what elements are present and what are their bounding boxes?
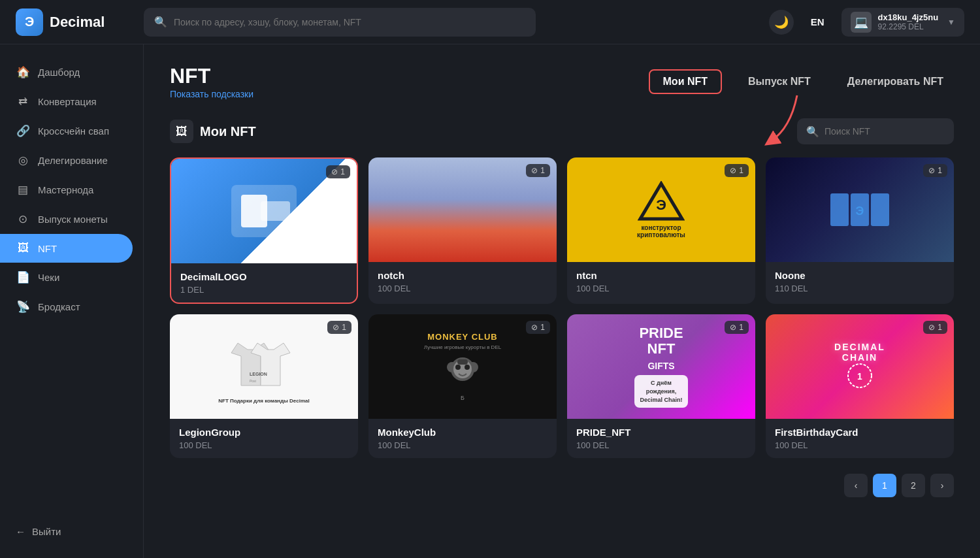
sidebar-label-checks: Чеки (38, 272, 59, 283)
sidebar-item-crosschain[interactable]: 🔗 Кроссчейн свап (0, 116, 143, 146)
logout-icon: ← (16, 526, 25, 537)
sidebar-label-coin-issue: Выпуск монеты (38, 214, 108, 225)
logo-text: Decimal (50, 14, 105, 31)
logout-label: Выйти (32, 526, 61, 537)
issue-nft-button[interactable]: Выпуск NFT (738, 71, 821, 93)
nft-card-decimal-logo[interactable]: ⊘ 1 DecimalLOGO 1 DEL (170, 157, 358, 304)
sidebar-label-conversion: Конвертация (38, 96, 97, 107)
nft-card-img-monkey: MONKEY CLUB Лучшие игровые курорты в DEL (368, 314, 557, 419)
svg-text:Post: Post (250, 379, 257, 383)
sidebar-label-broadcast: Бродкаст (38, 301, 80, 312)
svg-text:Э: Э (856, 205, 864, 218)
logout-button[interactable]: ← Выйти (0, 518, 143, 545)
nft-card-ntcn[interactable]: Э конструкторкриптовалюты ⊘ 1 ntcn 100 D… (567, 157, 755, 304)
nft-card-name-ntcn: ntcn (576, 270, 746, 281)
nft-card-name-legion: LegionGroup (179, 427, 349, 438)
hint-link[interactable]: Показать подсказки (170, 89, 253, 99)
sidebar-item-delegation[interactable]: ◎ Делегирование (0, 146, 143, 175)
pagination-prev[interactable]: ‹ (844, 474, 868, 497)
sidebar-label-delegation: Делегирование (38, 155, 108, 166)
birthday-img-content: DECIMALCHAIN 1 (829, 336, 890, 397)
language-button[interactable]: EN (804, 12, 831, 31)
search-input[interactable] (174, 17, 525, 27)
nft-search-icon: 🔍 (806, 125, 819, 138)
legion-svg: LEGION Post (225, 330, 303, 402)
nft-card-price-legion: 100 DEL (179, 440, 349, 450)
delegate-nft-button[interactable]: Делегировать NFT (837, 71, 954, 93)
section-icon: 🖼 (170, 120, 193, 143)
nft-card-monkey[interactable]: MONKEY CLUB Лучшие игровые курорты в DEL (368, 314, 557, 458)
section-title: Мои NFT (200, 124, 256, 139)
nav-buttons-area: Мои NFT Выпуск NFT Делегировать NFT (649, 64, 954, 94)
nft-badge-birthday: ⊘ 1 (923, 321, 947, 334)
search-bar[interactable]: 🔍 (144, 8, 536, 37)
account-button[interactable]: 💻 dx18ku_4jz5nu 92.2295 DEL ▼ (841, 8, 964, 37)
nft-badge-legion: ⊘ 1 (327, 321, 351, 334)
nft-card-img-birthday: DECIMALCHAIN 1 ⊘ 1 (766, 314, 954, 419)
nft-badge-decimal: ⊘ 1 (326, 165, 350, 178)
masternode-icon: ▤ (16, 183, 30, 197)
nav-right: 🌙 EN 💻 dx18ku_4jz5nu 92.2295 DEL ▼ (769, 8, 964, 37)
ntcn-content: Э конструкторкриптовалюты (630, 181, 692, 238)
nft-badge-ntcn: ⊘ 1 (725, 164, 749, 177)
svg-text:1: 1 (857, 371, 862, 382)
page-header: NFT Показать подсказки Мои NFT Выпуск NF… (170, 64, 954, 100)
sidebar-label-dashboard: Дашборд (38, 67, 80, 78)
nft-card-price-pride: 100 DEL (576, 440, 746, 450)
home-icon: 🏠 (16, 65, 30, 79)
nft-card-name-monkey: MonkeyClub (378, 427, 547, 438)
svg-point-17 (465, 365, 470, 370)
nft-card-notch[interactable]: ⊘ 1 notch 100 DEL (368, 157, 557, 304)
sidebar-item-broadcast[interactable]: 📡 Бродкаст (0, 292, 143, 321)
nft-card-name-pride: PRIDE_NFT (576, 427, 746, 438)
nft-card-info-pride: PRIDE_NFT 100 DEL (567, 419, 755, 458)
account-name: dx18ku_4jz5nu (878, 12, 939, 22)
nft-card-price-birthday: 100 DEL (775, 440, 945, 450)
nft-card-noone[interactable]: Э ⊘ 1 Noone 110 DEL (766, 157, 954, 304)
logo-icon: Э (16, 8, 43, 36)
nft-card-img-pride: PRIDENFTGIFTS С днёмрождения,Decimal Cha… (567, 314, 755, 419)
nft-search-input[interactable] (825, 126, 945, 137)
nft-card-price-notch: 100 DEL (378, 284, 547, 293)
sidebar-item-nft[interactable]: 🖼 NFT (0, 234, 133, 263)
pagination-page-1[interactable]: 1 (873, 474, 896, 497)
nft-card-name-decimal: DecimalLOGO (180, 271, 348, 282)
logo-area: Э Decimal (16, 8, 133, 36)
nft-card-info-birthday: FirstBirthdayCard 100 DEL (766, 419, 954, 458)
nft-card-info-notch: notch 100 DEL (368, 262, 557, 301)
theme-toggle[interactable]: 🌙 (769, 10, 794, 35)
sidebar-item-dashboard[interactable]: 🏠 Дашборд (0, 57, 143, 87)
svg-rect-8 (871, 193, 889, 226)
noone-svg: Э (827, 184, 892, 236)
chain-icon: 🔗 (16, 124, 30, 138)
nft-card-info-noone: Noone 110 DEL (766, 262, 954, 301)
nft-card-birthday[interactable]: DECIMALCHAIN 1 ⊘ 1 FirstBirthdayCard 100… (766, 314, 954, 458)
nft-card-pride[interactable]: PRIDENFTGIFTS С днёмрождения,Decimal Cha… (567, 314, 755, 458)
ntcn-label: конструкторкриптовалюты (630, 224, 692, 238)
page-title: NFT (170, 64, 253, 88)
sidebar-item-coin-issue[interactable]: ⊙ Выпуск монеты (0, 205, 143, 234)
sidebar-item-masternode[interactable]: ▤ Мастернода (0, 175, 143, 205)
pagination-page-2[interactable]: 2 (902, 474, 925, 497)
nft-card-info-decimal: DecimalLOGO 1 DEL (171, 263, 357, 303)
sidebar-item-conversion[interactable]: ⇄ Конвертация (0, 87, 143, 116)
sidebar-item-checks[interactable]: 📄 Чеки (0, 263, 143, 292)
chevron-down-icon: ▼ (947, 18, 955, 27)
birthday-circle-svg: 1 (847, 363, 873, 389)
nft-badge-notch: ⊘ 1 (526, 164, 550, 177)
nft-card-img-legion: LEGION Post NFT Подарки для команды Deci… (170, 314, 358, 419)
nft-card-name-birthday: FirstBirthdayCard (775, 427, 945, 438)
svg-text:LEGION: LEGION (250, 372, 267, 376)
search-icon: 🔍 (154, 16, 167, 28)
pagination-next[interactable]: › (930, 474, 954, 497)
my-nft-button[interactable]: Мои NFT (649, 69, 722, 94)
page-title-area: NFT Показать подсказки (170, 64, 253, 100)
checks-icon: 📄 (16, 271, 30, 284)
nft-card-price-monkey: 100 DEL (378, 440, 547, 450)
nft-card-legion[interactable]: LEGION Post NFT Подарки для команды Deci… (170, 314, 358, 458)
nft-card-price-ntcn: 100 DEL (576, 284, 746, 293)
nft-card-info-ntcn: ntcn 100 DEL (567, 262, 755, 301)
decimal-logo-svg (225, 178, 303, 244)
nft-search-bar[interactable]: 🔍 (797, 118, 954, 144)
account-balance: 92.2295 DEL (878, 22, 939, 31)
